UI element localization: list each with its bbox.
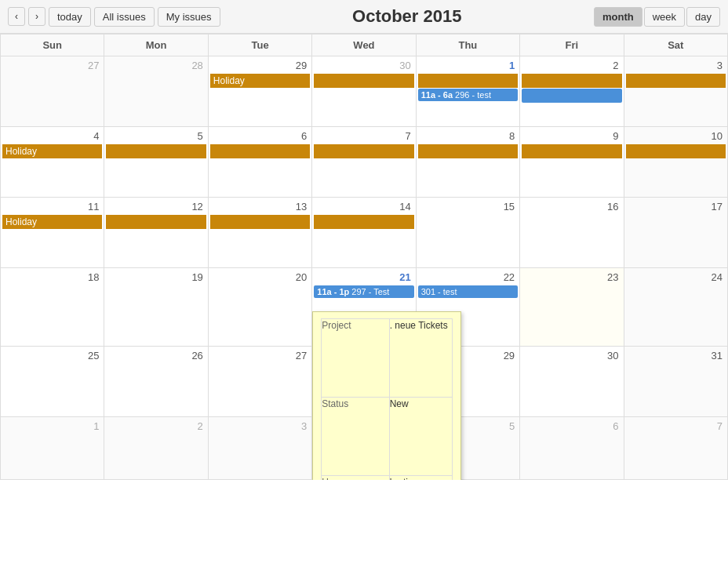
holiday-continuation — [106, 144, 206, 158]
day-cell-21: 21 11a - 1p 297 - Test Project . neue Ti… — [312, 268, 416, 347]
day-number: 2 — [522, 58, 621, 73]
day-number: 23 — [522, 270, 621, 285]
day-number: 14 — [314, 199, 413, 214]
header-sun: Sun — [1, 35, 104, 56]
day-number: 2 — [106, 419, 206, 434]
holiday-continuation — [522, 144, 621, 158]
day-number: 30 — [522, 348, 621, 363]
month-year-title: October 2015 — [220, 6, 594, 27]
nav-buttons: ‹ › today All issues My issues — [8, 7, 220, 27]
day-number: 31 — [626, 348, 726, 363]
holiday-continuation — [418, 74, 518, 88]
event-bar-301[interactable]: 301 - test — [418, 285, 518, 298]
my-issues-button[interactable]: My issues — [158, 7, 220, 27]
day-number: 10 — [626, 129, 726, 144]
day-cell: 5 — [104, 127, 208, 198]
tooltip-table: Project . neue Tickets Status New User b… — [321, 318, 453, 480]
day-cell: 6 — [208, 127, 311, 198]
day-cell: 4 Holiday — [1, 127, 104, 198]
day-cell: 12 — [104, 198, 208, 268]
all-issues-button[interactable]: All issues — [94, 7, 155, 27]
event-continuation — [522, 89, 621, 103]
day-number: 15 — [418, 199, 518, 214]
day-cell: 24 — [624, 268, 727, 347]
holiday-continuation — [626, 144, 726, 158]
day-cell: 26 — [104, 347, 208, 417]
day-number: 29 — [210, 58, 310, 73]
day-cell: 15 — [416, 198, 519, 268]
holiday-continuation — [522, 74, 621, 88]
tooltip-label: Project — [322, 319, 389, 398]
day-cell: 27 — [1, 56, 104, 127]
holiday-continuation — [626, 74, 726, 88]
holiday-continuation — [210, 144, 310, 158]
table-row: 11 Holiday 12 13 14 15 16 17 — [1, 198, 728, 268]
view-switcher: month week day — [594, 7, 720, 27]
day-number: 7 — [626, 419, 726, 434]
day-cell: 1 11a - 6a 296 - test — [416, 56, 519, 127]
week-view-button[interactable]: week — [644, 7, 685, 27]
day-number: 27 — [2, 58, 102, 73]
day-number: 12 — [106, 199, 206, 214]
day-number: 19 — [106, 270, 206, 285]
day-cell-23: 23 — [520, 268, 624, 347]
today-button[interactable]: today — [49, 7, 91, 27]
day-number: 5 — [106, 129, 206, 144]
day-cell: 7 — [624, 417, 727, 480]
toolbar: ‹ › today All issues My issues October 2… — [0, 0, 728, 34]
day-cell: 2 — [520, 56, 624, 127]
next-button[interactable]: › — [28, 7, 46, 26]
holiday-continuation — [314, 215, 413, 229]
event-tooltip: Project . neue Tickets Status New User b… — [312, 311, 461, 480]
tooltip-value: New — [389, 398, 453, 476]
day-view-button[interactable]: day — [686, 7, 720, 27]
day-cell: 7 — [312, 127, 416, 198]
day-number: 6 — [210, 129, 310, 144]
day-cell: 28 — [104, 56, 208, 127]
day-number: 20 — [210, 270, 310, 285]
prev-button[interactable]: ‹ — [8, 7, 25, 26]
day-number: 3 — [210, 419, 310, 434]
day-number: 1 — [418, 58, 518, 73]
day-cell: 30 — [520, 347, 624, 417]
header-sat: Sat — [624, 35, 727, 56]
day-cell: 9 — [520, 127, 624, 198]
day-cell: 6 — [520, 417, 624, 480]
day-cell: 29 Holiday — [208, 56, 311, 127]
day-cell: 16 — [520, 198, 624, 268]
tooltip-row-project: Project . neue Tickets — [322, 319, 453, 398]
day-cell: 31 — [624, 347, 727, 417]
tooltip-row-status: Status New — [322, 398, 453, 476]
event-bar-297[interactable]: 11a - 1p 297 - Test — [314, 285, 413, 298]
header-fri: Fri — [520, 35, 624, 56]
day-number: 26 — [106, 348, 206, 363]
day-number: 3 — [626, 58, 726, 73]
day-number: 18 — [2, 270, 102, 285]
event-bar[interactable]: 11a - 6a 296 - test — [418, 89, 518, 101]
day-cell: 11 Holiday — [1, 198, 104, 268]
day-number: 11 — [2, 199, 102, 214]
day-number: 16 — [522, 199, 621, 214]
holiday-bar: Holiday — [210, 74, 310, 88]
header-wed: Wed — [312, 35, 416, 56]
day-cell: 10 — [624, 127, 727, 198]
holiday-bar: Holiday — [2, 144, 102, 158]
day-number: 7 — [314, 129, 413, 144]
table-row: 18 19 20 21 11a - 1p 297 - Test Project … — [1, 268, 728, 347]
header-thu: Thu — [416, 35, 519, 56]
weekday-header-row: Sun Mon Tue Wed Thu Fri Sat — [1, 35, 728, 56]
header-mon: Mon — [104, 35, 208, 56]
day-number: 30 — [314, 58, 413, 73]
holiday-continuation — [210, 215, 310, 229]
day-number: 17 — [626, 199, 726, 214]
day-cell: 30 — [312, 56, 416, 127]
day-cell: 8 — [416, 127, 519, 198]
calendar-title-area: October 2015 — [220, 6, 594, 27]
day-cell: 3 — [624, 56, 727, 127]
day-number: 4 — [2, 129, 102, 144]
day-cell: 18 — [1, 268, 104, 347]
day-number: 21 — [314, 270, 413, 285]
month-view-button[interactable]: month — [594, 7, 642, 27]
day-cell: 1 — [1, 417, 104, 480]
day-number: 13 — [210, 199, 310, 214]
